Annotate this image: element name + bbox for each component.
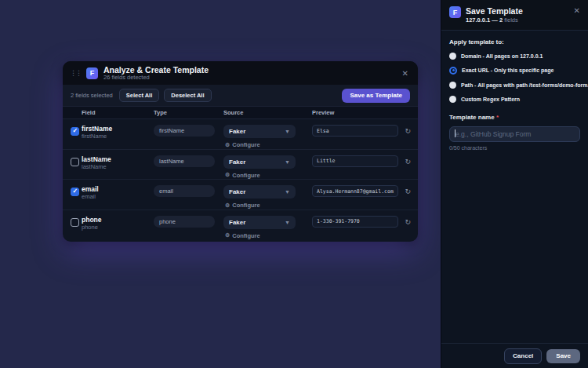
configure-link[interactable]: ⚙ Configure <box>225 141 312 148</box>
configure-link[interactable]: ⚙ Configure <box>225 172 312 179</box>
app-logo-icon: F <box>86 67 98 79</box>
scope-option-path[interactable]: Path - All pages with path /test-forms/d… <box>449 82 580 89</box>
field-name: firstName <box>82 125 154 133</box>
panel-close-icon[interactable]: ✕ <box>574 6 580 15</box>
row-checkbox[interactable] <box>71 218 79 227</box>
modal-toolbar: 2 fields selected Select All Deselect Al… <box>63 85 418 107</box>
column-header-source: Source <box>223 109 312 116</box>
selected-count: 2 fields selected <box>71 92 113 99</box>
required-marker: * <box>496 114 499 121</box>
row-checkbox[interactable] <box>71 158 79 166</box>
column-header-type: Type <box>154 109 223 116</box>
field-name: lastName <box>82 155 154 163</box>
scope-option-domain[interactable]: Domain - All pages on 127.0.0.1 <box>449 53 580 60</box>
field-name: phone <box>82 216 154 224</box>
radio-icon[interactable] <box>449 53 456 60</box>
analyze-template-modal: ⋮⋮ F Analyze & Create Template 26 fields… <box>63 61 418 242</box>
field-subtitle: email <box>82 193 154 200</box>
gear-icon: ⚙ <box>225 172 230 178</box>
refresh-icon[interactable]: ↻ <box>405 188 411 195</box>
type-value[interactable]: email <box>154 185 215 197</box>
text-caret <box>455 129 456 137</box>
page-background: ⋮⋮ F Analyze & Create Template 26 fields… <box>0 0 588 368</box>
preview-value[interactable]: Alysa.Hermann87@gmail.com <box>312 185 398 197</box>
field-subtitle: firstName <box>82 133 154 140</box>
radio-icon[interactable] <box>449 96 456 103</box>
preview-value[interactable]: 1-330-391-7970 <box>312 216 398 228</box>
panel-header: F Save Template 127.0.0.1 — 2 fields ✕ <box>441 0 588 31</box>
modal-subtitle: 26 fields detected <box>103 75 397 82</box>
panel-subtitle: 127.0.0.1 — 2 fields <box>466 16 569 24</box>
configure-link[interactable]: ⚙ Configure <box>225 232 312 239</box>
modal-close-icon[interactable]: ✕ <box>402 69 408 78</box>
source-select[interactable]: Faker ▼ <box>223 155 296 169</box>
refresh-icon[interactable]: ↻ <box>405 127 411 135</box>
row-checkbox[interactable] <box>71 188 79 196</box>
chevron-down-icon: ▼ <box>285 159 290 165</box>
field-name: email <box>82 185 154 193</box>
scope-option-custom-regex[interactable]: Custom Regex Pattern <box>449 96 580 103</box>
table-row: firstName firstName firstName Faker ▼ ⚙ … <box>63 119 418 150</box>
gear-icon: ⚙ <box>225 202 230 209</box>
source-select[interactable]: Faker ▼ <box>223 216 296 229</box>
panel-footer: Cancel Save <box>441 343 588 368</box>
save-button[interactable]: Save <box>546 349 580 363</box>
panel-title: Save Template <box>466 6 569 16</box>
save-as-template-button[interactable]: Save as Template <box>342 89 410 103</box>
field-subtitle: phone <box>82 224 154 231</box>
radio-icon[interactable] <box>449 67 457 75</box>
apply-template-label: Apply template to: <box>449 38 580 46</box>
preview-value[interactable]: Little <box>312 155 398 167</box>
table-header-row: Field Type Source Preview <box>63 107 418 119</box>
source-select[interactable]: Faker ▼ <box>223 125 296 138</box>
deselect-all-button[interactable]: Deselect All <box>164 89 211 103</box>
chevron-down-icon: ▼ <box>285 220 290 225</box>
gear-icon: ⚙ <box>225 232 230 239</box>
refresh-icon[interactable]: ↻ <box>405 218 411 226</box>
table-row: phone phone phone Faker ▼ ⚙ Configure 1-… <box>63 210 418 241</box>
template-name-input[interactable] <box>449 126 580 142</box>
source-select[interactable]: Faker ▼ <box>223 185 296 199</box>
scope-option-exact-url[interactable]: Exact URL - Only this specific page <box>449 67 580 75</box>
column-header-field: Field <box>82 109 154 116</box>
column-header-preview: Preview <box>312 109 397 116</box>
refresh-icon[interactable]: ↻ <box>405 158 411 166</box>
panel-body: Apply template to: Domain - All pages on… <box>441 31 588 158</box>
app-logo-icon: F <box>449 6 461 18</box>
chevron-down-icon: ▼ <box>285 189 290 195</box>
row-checkbox[interactable] <box>71 127 79 136</box>
template-name-label: Template name * <box>449 114 580 121</box>
modal-header: ⋮⋮ F Analyze & Create Template 26 fields… <box>63 61 418 85</box>
table-row: email email email Faker ▼ ⚙ Configure Al… <box>63 180 418 210</box>
type-value[interactable]: phone <box>154 216 215 228</box>
field-subtitle: lastName <box>82 163 154 170</box>
table-row: lastName lastName lastName Faker ▼ ⚙ Con… <box>63 150 418 180</box>
type-value[interactable]: lastName <box>154 155 215 167</box>
character-counter: 0/50 characters <box>449 145 580 151</box>
chevron-down-icon: ▼ <box>285 129 290 134</box>
preview-value[interactable]: Elsa <box>312 125 398 137</box>
save-template-panel: F Save Template 127.0.0.1 — 2 fields ✕ A… <box>441 0 588 368</box>
type-value[interactable]: firstName <box>154 125 215 137</box>
select-all-button[interactable]: Select All <box>119 89 160 103</box>
radio-icon[interactable] <box>449 82 456 89</box>
gear-icon: ⚙ <box>225 142 230 148</box>
drag-handle-icon[interactable]: ⋮⋮ <box>70 70 81 77</box>
configure-link[interactable]: ⚙ Configure <box>225 202 312 209</box>
cancel-button[interactable]: Cancel <box>504 348 542 364</box>
